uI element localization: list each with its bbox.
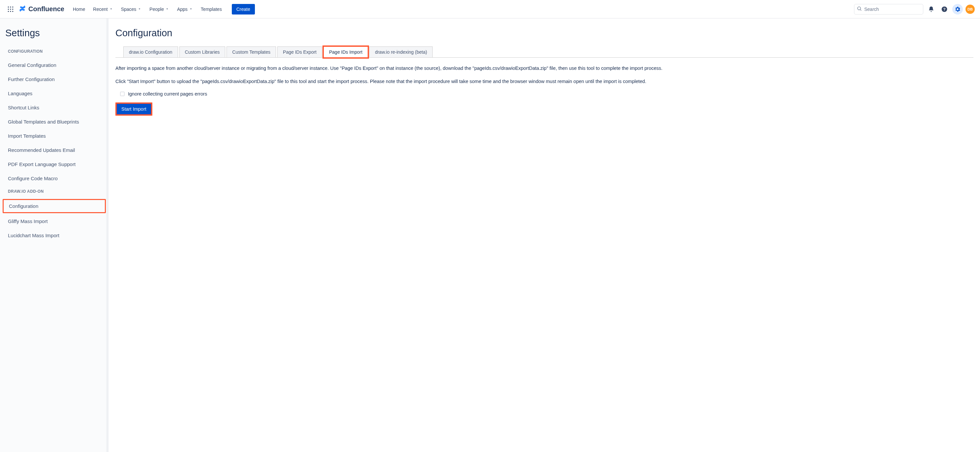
page-title: Settings [3,26,106,46]
avatar[interactable]: DB [966,5,975,14]
confluence-logo-icon [19,5,26,14]
main-content: Configuration draw.io ConfigurationCusto… [109,19,980,452]
nav-item-templates[interactable]: Templates [197,5,225,14]
sidebar-item-import-templates[interactable]: Import Templates [3,130,106,142]
ignore-errors-checkbox[interactable]: Ignore collecting current pages errors [120,91,974,97]
checkbox-icon [120,92,125,96]
svg-line-10 [860,10,861,11]
settings-gear-icon[interactable] [952,4,963,14]
brand-name: Confluence [29,5,64,13]
nav-item-label: Home [73,6,85,12]
description-block: After importing a space from another clo… [115,65,974,85]
sidebar-section-header: DRAW.IO ADD-ON [3,187,106,197]
nav-item-people[interactable]: People [146,5,172,14]
svg-point-6 [8,11,9,12]
nav-item-label: Apps [177,6,188,12]
start-import-highlight: Start Import [115,103,152,116]
notifications-icon[interactable] [926,4,937,14]
sidebar-scroll-hint [106,19,108,452]
search-wrap [854,4,923,14]
sidebar-item-gliffy-mass-import[interactable]: Gliffy Mass Import [3,215,106,227]
tab-page-ids-export[interactable]: Page IDs Export [277,46,322,58]
sidebar-item-global-templates-and-blueprints[interactable]: Global Templates and Blueprints [3,116,106,128]
checkbox-label: Ignore collecting current pages errors [128,91,207,97]
app-switcher-icon[interactable] [5,4,16,14]
sidebar-item-shortcut-links[interactable]: Shortcut Links [3,102,106,114]
sidebar-item-configuration[interactable]: Configuration [3,199,106,213]
svg-text:?: ? [943,7,945,11]
tab-page-ids-import[interactable]: Page IDs Import [323,46,368,58]
svg-point-9 [858,7,861,10]
chevron-down-icon [137,6,142,12]
nav-item-home[interactable]: Home [70,5,88,14]
chevron-down-icon [109,6,113,12]
svg-point-3 [8,9,9,10]
sidebar-item-configure-code-macro[interactable]: Configure Code Macro [3,172,106,184]
nav-item-label: People [150,6,164,12]
svg-point-1 [10,6,11,7]
nav-item-recent[interactable]: Recent [90,5,116,14]
tab-draw-io-configuration[interactable]: draw.io Configuration [123,46,178,58]
description-paragraph-2: Click "Start Import" button to upload th… [115,78,974,85]
nav-item-label: Templates [201,6,222,12]
nav-item-apps[interactable]: Apps [174,5,196,14]
nav-item-label: Spaces [121,6,137,12]
svg-point-2 [12,6,13,7]
chevron-down-icon [165,6,169,12]
sidebar-item-recommended-updates-email[interactable]: Recommended Updates Email [3,144,106,156]
search-icon [857,6,862,12]
sidebar-item-pdf-export-language-support[interactable]: PDF Export Language Support [3,158,106,170]
svg-point-0 [8,6,9,7]
nav-item-label: Recent [93,6,108,12]
svg-point-8 [12,11,13,12]
sidebar-item-languages[interactable]: Languages [3,87,106,100]
sidebar: Settings CONFIGURATIONGeneral Configurat… [0,19,109,452]
start-import-button[interactable]: Start Import [117,104,151,114]
brand[interactable]: Confluence [19,5,64,14]
svg-point-7 [10,11,11,12]
nav-items-row: HomeRecentSpacesPeopleAppsTemplates [70,5,225,14]
tab-custom-libraries[interactable]: Custom Libraries [180,46,226,58]
create-button[interactable]: Create [232,4,255,14]
sidebar-section-header: CONFIGURATION [3,46,106,57]
tabs-row: draw.io ConfigurationCustom LibrariesCus… [115,46,974,58]
svg-point-5 [12,9,13,10]
svg-point-4 [10,9,11,10]
top-nav: Confluence HomeRecentSpacesPeopleAppsTem… [0,0,980,19]
search-input[interactable] [854,4,923,14]
tabs-lead-space [115,46,123,58]
help-icon[interactable]: ? [939,4,950,14]
chevron-down-icon [189,6,193,12]
description-paragraph-1: After importing a space from another clo… [115,65,974,72]
tab-custom-templates[interactable]: Custom Templates [226,46,276,58]
tab-draw-io-re-indexing-beta-[interactable]: draw.io re-indexing (beta) [369,46,433,58]
sidebar-item-general-configuration[interactable]: General Configuration [3,59,106,71]
sidebar-item-further-configuration[interactable]: Further Configuration [3,73,106,85]
sidebar-item-lucidchart-mass-import[interactable]: Lucidchart Mass Import [3,229,106,241]
main-heading: Configuration [115,28,974,38]
nav-item-spaces[interactable]: Spaces [118,5,145,14]
